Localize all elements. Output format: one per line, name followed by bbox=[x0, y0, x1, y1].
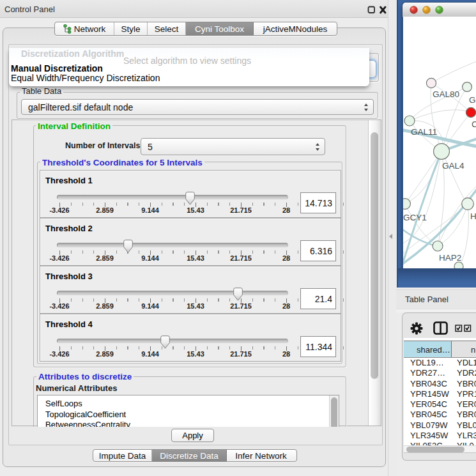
svg-text:C: C bbox=[472, 119, 476, 129]
svg-text:GAL4: GAL4 bbox=[442, 161, 464, 171]
svg-text:G.: G. bbox=[469, 95, 476, 105]
svg-text:GAL80: GAL80 bbox=[433, 89, 459, 99]
svg-text:GAL11: GAL11 bbox=[411, 127, 437, 137]
svg-text:HAP2: HAP2 bbox=[439, 253, 461, 263]
svg-text:H: H bbox=[470, 211, 476, 221]
svg-text:GCY1: GCY1 bbox=[403, 213, 427, 222]
